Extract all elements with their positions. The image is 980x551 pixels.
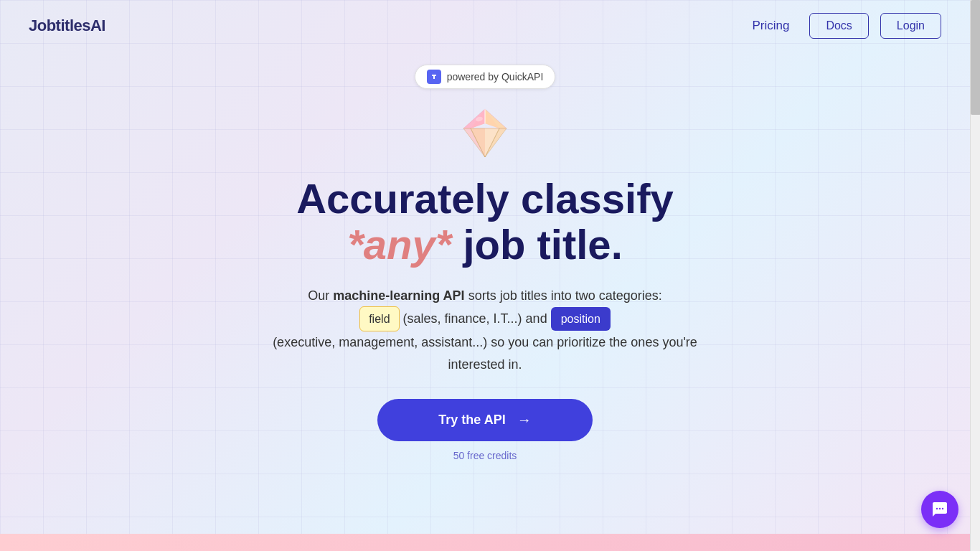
- cta-arrow-icon: →: [517, 412, 532, 428]
- description-part2: sorts job titles into two categories:: [465, 288, 662, 303]
- try-api-button[interactable]: Try the API →: [377, 399, 593, 441]
- cta-button-label: Try the API: [438, 413, 505, 428]
- hero-any-text: *any*: [347, 221, 451, 268]
- powered-by-badge: powered by QuickAPI: [415, 65, 556, 89]
- navbar: JobtitlesAI Pricing Docs Login: [0, 0, 970, 52]
- field-badge: field: [359, 306, 399, 331]
- description-end: (executive, management, assistant...) so…: [273, 335, 697, 372]
- scrollbar-thumb[interactable]: [971, 0, 980, 115]
- docs-button[interactable]: Docs: [809, 13, 868, 39]
- gem-illustration: [449, 103, 521, 164]
- hero-line1: Accurately classify: [296, 176, 674, 222]
- cta-subtext: 50 free credits: [453, 450, 517, 461]
- chat-button[interactable]: [921, 491, 958, 528]
- position-badge: position: [551, 307, 611, 331]
- bottom-section-hint: [0, 534, 970, 551]
- main-content: powered by QuickAPI: [0, 0, 970, 551]
- description-mid: (sales, finance, I.T...) and: [403, 311, 547, 326]
- hero-heading: Accurately classify *any* job title.: [296, 176, 674, 268]
- powered-by-text: powered by QuickAPI: [447, 71, 544, 83]
- quickapi-icon: [427, 70, 441, 84]
- nav-pricing-link[interactable]: Pricing: [743, 13, 798, 39]
- nav-logo: JobtitlesAI: [29, 17, 105, 35]
- hero-description: Our machine-learning API sorts job title…: [270, 285, 700, 376]
- scrollbar[interactable]: [970, 0, 980, 551]
- svg-point-17: [942, 508, 943, 509]
- hero-line2-end: job title.: [451, 221, 622, 268]
- description-part1: Our: [308, 288, 333, 303]
- svg-point-15: [936, 508, 938, 509]
- description-bold: machine-learning API: [333, 288, 464, 303]
- nav-links: Pricing Docs Login: [743, 13, 941, 39]
- svg-point-16: [939, 508, 941, 509]
- login-button[interactable]: Login: [880, 13, 941, 39]
- hero-line2: *any* job title.: [296, 222, 674, 268]
- chat-icon: [931, 501, 948, 518]
